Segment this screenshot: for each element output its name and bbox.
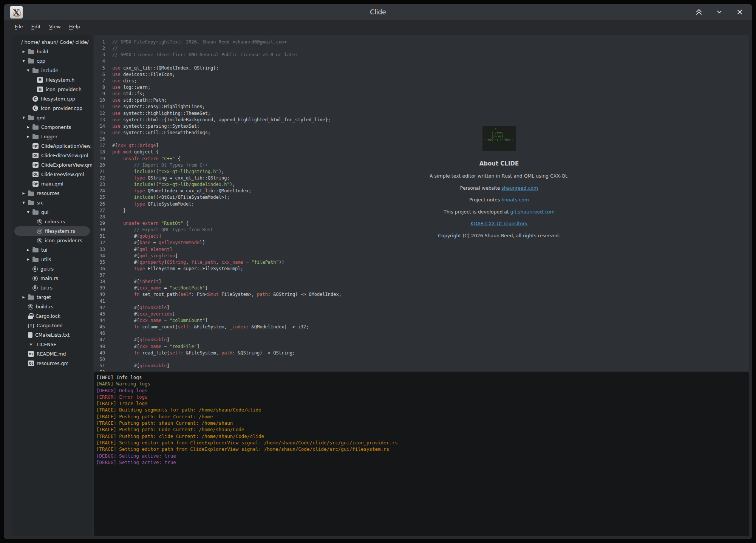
menu-view[interactable]: View (46, 23, 64, 31)
line-number: 43 (94, 311, 105, 317)
tree-item-label: tui.rs (40, 285, 53, 291)
tree-item-tui.rs[interactable]: Rtui.rs (14, 283, 90, 292)
tree-item-Logger[interactable]: ▶Logger (14, 132, 90, 141)
tree-item-filesystem.h[interactable]: Hfilesystem.h (14, 75, 90, 85)
double-chevron-up-icon (695, 8, 703, 16)
line-number: 44 (94, 317, 105, 324)
folder-icon (32, 125, 39, 130)
tree-item-colors.rs[interactable]: Rcolors.rs (14, 217, 90, 226)
chevron-down-icon[interactable]: ▼ (21, 116, 26, 119)
tree-item-Components[interactable]: ▶Components (14, 122, 90, 132)
chevron-right-icon[interactable]: ▶ (25, 258, 31, 261)
tree-item-CMakeLists.txt[interactable]: CMakeLists.txt (14, 330, 90, 340)
tree-item-cpp[interactable]: ▼cpp (14, 56, 90, 66)
chevron-right-icon[interactable]: ▶ (25, 125, 31, 129)
code-editor[interactable]: 1234567891011121314151617181920212223242… (94, 35, 749, 371)
code-line: unsafe extern "C++" { (112, 156, 342, 162)
tree-item-qml[interactable]: ▼qml (14, 113, 90, 122)
chevron-right-icon[interactable]: ▶ (21, 192, 26, 195)
tree-item-utils[interactable]: ▶utils (14, 255, 90, 264)
title-bar: X Clide (4, 4, 752, 20)
tree-item-include[interactable]: ▼include (14, 66, 90, 75)
rust-icon: R (37, 229, 42, 234)
minimize-button[interactable] (715, 8, 724, 17)
tree-item-filesystem.rs[interactable]: Rfilesystem.rs (14, 226, 90, 236)
chevron-down-icon[interactable]: ▼ (25, 210, 31, 214)
qt-icon: Qt (32, 153, 39, 158)
folder-icon (28, 59, 34, 63)
link-kdab-cxx-qt-repository[interactable]: KDAB CXX-Qt repository (471, 221, 528, 226)
chevron-down-icon[interactable]: ▼ (21, 59, 26, 63)
menu-edit[interactable]: Edit (28, 23, 44, 31)
tree-item-label: ClideExplorerView.qml (41, 162, 92, 168)
chevron-right-icon[interactable]: ▶ (21, 295, 26, 299)
folder-icon (32, 69, 39, 73)
tree-item-gui[interactable]: ▼gui (14, 207, 90, 217)
tree-item-resources.qrc[interactable]: Qtresources.qrc (14, 359, 90, 368)
tree-item-Cargo.lock[interactable]: Cargo.lock (14, 311, 90, 321)
line-number: 47 (94, 337, 105, 343)
tree-item-icon_provider.rs[interactable]: Ricon_provider.rs (14, 236, 90, 245)
tree-item-ClideExplorerView.qml[interactable]: QtClideExplorerView.qml (14, 160, 90, 170)
chevron-right-icon[interactable]: ▶ (21, 50, 26, 53)
window-controls (694, 4, 744, 20)
doc-icon (28, 332, 32, 338)
toml-icon: [T] (28, 323, 34, 328)
tree-item-ClideApplicationView.qml[interactable]: QtClideApplicationView.qml (14, 141, 90, 151)
tree-item-label: icon_provider.rs (45, 238, 82, 243)
tree-item-label: ClideEditorView.qml (41, 153, 88, 158)
tree-item-tui[interactable]: ▶tui (14, 245, 90, 255)
code-line (112, 330, 342, 337)
tree-item-build.rs[interactable]: Rbuild.rs (14, 302, 90, 311)
tree-item-resources[interactable]: ▶resources (14, 189, 90, 198)
tree-item-label: icon_provider.cpp (41, 105, 82, 111)
code-line: // (112, 45, 342, 52)
tree-item-label: main.rs (40, 275, 58, 281)
tree-item-src[interactable]: ▼src (14, 198, 90, 207)
code-line: #[cxx_override] (112, 311, 342, 317)
tree-item-gui.rs[interactable]: Rgui.rs (14, 264, 90, 274)
line-number: 31 (94, 233, 105, 240)
link-git.shaunreed.com[interactable]: git.shaunreed.com (510, 209, 555, 215)
tree-item-main.qml[interactable]: Qtmain.qml (14, 179, 90, 189)
code-line: // SPDX-FileCopyrightText: 2026, Shaun R… (112, 39, 342, 45)
log-panel[interactable]: [INFO] Info logs[WARN] Warning logs[DEBU… (94, 372, 749, 536)
about-text: This project is developed at (444, 209, 510, 215)
close-button[interactable] (735, 8, 744, 17)
link-shaunreed.com[interactable]: shaunreed.com (501, 185, 538, 191)
code-line: use syntect::easy::HighlightLines; (112, 104, 342, 110)
tree-item-Cargo.toml[interactable]: [T]Cargo.toml (14, 321, 90, 330)
code-line: } (112, 207, 342, 214)
link-knoats.com[interactable]: knoats.com (501, 197, 529, 203)
chevron-down-icon[interactable]: ▼ (25, 69, 31, 72)
tree-item-ClideEditorView.qml[interactable]: QtClideEditorView.qml (14, 151, 90, 160)
chevron-right-icon[interactable]: ▶ (25, 135, 31, 138)
tree-item-icon_provider.cpp[interactable]: Cicon_provider.cpp (14, 104, 90, 113)
shade-button[interactable] (694, 8, 703, 17)
line-number: 32 (94, 240, 105, 246)
code-line: // Import Qt Types from C++ (112, 162, 342, 169)
rust-icon: R (28, 304, 33, 309)
tree-item-ClideTreeView.qml[interactable]: QtClideTreeView.qml (14, 170, 90, 179)
tree-item-build[interactable]: ▶build (14, 47, 90, 56)
line-number: 38 (94, 278, 105, 285)
tree-item-main.rs[interactable]: Rmain.rs (14, 274, 90, 283)
line-number: 37 (94, 272, 105, 278)
code-line: // Export QML Types from Rust (112, 227, 342, 233)
line-number: 33 (94, 246, 105, 253)
tree-item-README.md[interactable]: M↓README.md (14, 349, 90, 359)
chevron-down-icon[interactable]: ▼ (21, 201, 26, 204)
code-line: #[qinvokable] (112, 305, 342, 311)
chevron-right-icon[interactable]: ▶ (25, 248, 31, 252)
tree-item-label: tui (41, 247, 47, 253)
code-line: type FileSystem = super::FileSystemImpl; (112, 266, 342, 272)
rust-icon: R (37, 238, 42, 243)
menu-file[interactable]: File (12, 23, 26, 31)
tree-item-filesystem.cpp[interactable]: Cfilesystem.cpp (14, 94, 90, 104)
code-line: #[qinvokable] (112, 363, 342, 369)
menu-help[interactable]: Help (66, 23, 83, 31)
tree-item-LICENSE[interactable]: ✶LICENSE (14, 340, 90, 349)
tree-item-icon_provider.h[interactable]: Hicon_provider.h (14, 85, 90, 94)
about-line: Project notes knoats.com (359, 197, 639, 203)
tree-item-target[interactable]: ▶target (14, 292, 90, 302)
